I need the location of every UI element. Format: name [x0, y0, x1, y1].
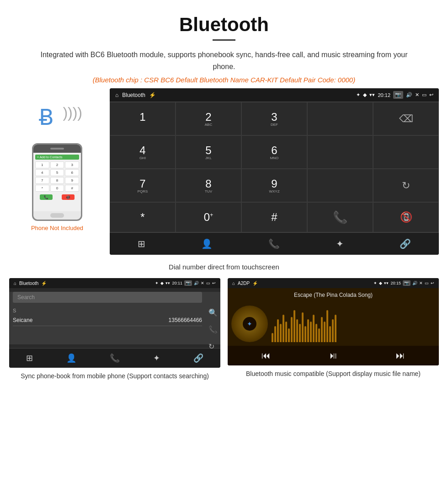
music-win-icon[interactable]: ▭ — [425, 281, 429, 285]
pb-nav-link[interactable]: 🔗 — [193, 353, 203, 363]
dial-empty-4 — [307, 169, 373, 202]
phone-key-star: * — [35, 185, 49, 192]
visualizer-bar — [296, 319, 298, 342]
pb-home-icon[interactable]: ⌂ — [14, 281, 16, 286]
bottom-screenshots: ⌂ Bluetooth ⚡ ✦ ◆ ▾▾ 20:11 📷 🔊 ✕ ▭ ↩ — [0, 278, 448, 390]
phone-key-8: 8 — [50, 177, 64, 184]
dial-key-9[interactable]: 9WXYZ — [241, 169, 307, 202]
nav-link-icon[interactable]: 🔗 — [400, 238, 411, 249]
dial-key-0[interactable]: 0+ — [176, 202, 241, 232]
pb-nav-bt[interactable]: ✦ — [153, 353, 160, 363]
call-side-icon[interactable]: 📞 — [208, 325, 218, 334]
music-topbar: ⌂ A2DP ⚡ ✦ ◆ ▾▾ 20:15 📷 🔊 ✕ ▭ ↩ — [228, 278, 439, 288]
contact-row[interactable]: Seicane 13566664466 — [13, 315, 202, 326]
car-dial-screen: ⌂ Bluetooth ⚡ ✦ ◆ ▾▾ 20:12 📷 🔊 ✕ ▭ ↩ 1 2… — [110, 88, 439, 255]
music-controls: ⏮ ⏯ ⏭ — [228, 346, 439, 365]
music-close-icon[interactable]: ✕ — [419, 281, 423, 285]
phonebook-caption: Sync phone-book from mobile phone (Suppo… — [21, 371, 209, 381]
dial-key-hash[interactable]: # — [241, 202, 307, 232]
phonebook-side-icons: 🔍 📞 ↻ — [208, 308, 218, 351]
pb-nav-contacts[interactable]: 👤 — [66, 353, 76, 363]
dial-key-7[interactable]: 7PQRS — [110, 169, 176, 202]
back-icon[interactable]: ↩ — [429, 92, 433, 98]
camera-icon[interactable]: 📷 — [393, 91, 403, 99]
visualizer-bar — [329, 326, 331, 342]
refresh-side-icon[interactable]: ↻ — [208, 342, 218, 351]
nav-phone-icon[interactable]: 📞 — [268, 238, 280, 249]
bt-status-icon: ✦ — [356, 92, 360, 98]
bluetooth-icon-area: )))) Ƀ — [30, 102, 85, 139]
visualizer-bar — [299, 324, 301, 342]
pb-win-icon[interactable]: ▭ — [206, 281, 210, 285]
car-bottom-nav: ⊞ 👤 📞 ✦ 🔗 — [110, 232, 439, 255]
dial-caption: Dial number direct from touchscreen — [0, 259, 448, 278]
visualizer-bar — [332, 319, 334, 342]
phone-home-button — [50, 213, 64, 218]
visualizer-bar — [274, 326, 276, 342]
dial-end-button[interactable]: 📵 — [373, 202, 439, 232]
visualizer-bar — [321, 317, 323, 342]
dial-refresh-button[interactable]: ↻ — [373, 169, 439, 202]
dial-empty-2 — [307, 135, 373, 169]
pb-screen-label: Bluetooth — [19, 281, 38, 286]
pb-close-icon[interactable]: ✕ — [201, 281, 204, 285]
music-album-art: ✦ — [231, 306, 268, 342]
music-prev-button[interactable]: ⏮ — [261, 350, 271, 361]
visualizer-bar — [310, 322, 312, 342]
music-next-button[interactable]: ⏭ — [396, 350, 405, 361]
dial-key-6[interactable]: 6MNO — [241, 135, 307, 169]
topbar-right: ✦ ◆ ▾▾ 20:12 📷 🔊 ✕ ▭ ↩ — [356, 91, 433, 99]
music-vol-icon[interactable]: 🔊 — [412, 281, 417, 285]
music-back-icon[interactable]: ↩ — [431, 281, 434, 285]
home-icon[interactable]: ⌂ — [115, 92, 118, 98]
phone-end-button: 📵 — [62, 194, 75, 200]
pb-loc-icon: ◆ — [160, 281, 164, 285]
nav-dialpad-icon[interactable]: ⊞ — [138, 238, 145, 249]
pb-nav-dialpad[interactable]: ⊞ — [26, 353, 33, 363]
window-icon[interactable]: ▭ — [422, 92, 427, 98]
bluetooth-album-icon: ✦ — [247, 320, 252, 327]
location-icon: ◆ — [363, 92, 367, 98]
music-loc-icon: ◆ — [379, 281, 382, 285]
contact-name: Seicane — [13, 317, 32, 323]
dial-key-3[interactable]: 3DEF — [241, 102, 307, 135]
pb-vol-icon[interactable]: 🔊 — [194, 281, 199, 285]
dial-empty-3 — [373, 135, 439, 169]
signal-waves-icon: )))) — [63, 104, 82, 121]
page-title: Bluetooth — [37, 14, 411, 36]
phone-illustration: )))) Ƀ + Add to Contacts 1 2 3 4 5 6 7 — [9, 88, 105, 231]
phone-screen: + Add to Contacts 1 2 3 4 5 6 7 8 9 * 0 … — [33, 153, 81, 211]
phonebook-screen-wrap: ⌂ Bluetooth ⚡ ✦ ◆ ▾▾ 20:11 📷 🔊 ✕ ▭ ↩ — [9, 278, 220, 381]
pb-usb-icon: ⚡ — [41, 281, 47, 286]
music-playpause-button[interactable]: ⏯ — [329, 350, 338, 361]
dial-call-button[interactable]: 📞 — [307, 202, 373, 232]
visualizer-bar — [313, 315, 315, 342]
phone-speaker — [50, 148, 64, 150]
dial-key-8[interactable]: 8TUV — [176, 169, 241, 202]
dial-key-4[interactable]: 4GHI — [110, 135, 176, 169]
phonebook-search-bar[interactable]: Search — [13, 292, 202, 303]
visualizer-bar — [291, 317, 293, 342]
dial-key-5[interactable]: 5JKL — [176, 135, 241, 169]
pb-cam-icon[interactable]: 📷 — [184, 280, 192, 286]
signal-icon: ▾▾ — [369, 92, 375, 98]
music-usb-icon: ⚡ — [252, 281, 258, 286]
dial-key-2[interactable]: 2ABC — [176, 102, 241, 135]
dial-key-star[interactable]: * — [110, 202, 176, 232]
visualizer-bar — [315, 324, 317, 342]
search-side-icon[interactable]: 🔍 — [208, 308, 218, 317]
visualizer-bar — [324, 322, 325, 342]
nav-contacts-icon[interactable]: 👤 — [201, 238, 213, 249]
pb-back-icon[interactable]: ↩ — [212, 281, 216, 285]
volume-icon[interactable]: 🔊 — [406, 92, 412, 98]
dial-backspace-button[interactable]: ⌫ — [373, 102, 439, 135]
music-cam-icon[interactable]: 📷 — [403, 280, 411, 286]
phone-key-0: 0 — [50, 185, 64, 192]
visualizer-bar — [283, 315, 284, 342]
close-icon[interactable]: ✕ — [415, 92, 419, 98]
pb-nav-phone[interactable]: 📞 — [110, 353, 120, 363]
music-screen-label: A2DP — [238, 281, 250, 286]
music-home-icon[interactable]: ⌂ — [232, 281, 235, 286]
nav-bluetooth-icon[interactable]: ✦ — [336, 238, 344, 249]
dial-key-1[interactable]: 1 — [110, 102, 176, 135]
